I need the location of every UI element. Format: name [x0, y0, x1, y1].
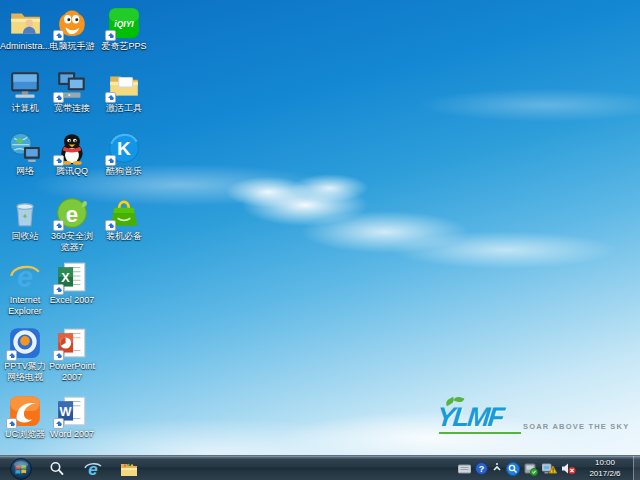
pptv-icon	[8, 326, 42, 360]
game-monster-icon	[55, 6, 89, 40]
icon-label: PPTV聚力网络电视	[0, 361, 50, 383]
show-hidden-icons[interactable]	[492, 462, 502, 475]
desktop-icon-qq[interactable]: 腾讯QQ	[47, 131, 97, 177]
icon-label: UC浏览器	[0, 429, 50, 440]
svg-text:e: e	[66, 202, 78, 227]
keyboard-indicator-icon[interactable]	[458, 464, 471, 474]
recycle-bin-icon	[8, 196, 42, 230]
desktop-icon-pptv[interactable]: PPTV聚力网络电视	[0, 326, 50, 383]
shortcut-arrow-icon	[105, 30, 116, 41]
system-tray: ?	[458, 456, 576, 480]
uc-icon	[8, 394, 42, 428]
search-icon	[49, 461, 65, 477]
icon-label: 腾讯QQ	[47, 166, 97, 177]
shortcut-arrow-icon	[6, 350, 17, 361]
desktop-icon-recycle-bin[interactable]: 回收站	[0, 196, 50, 242]
icon-label: 宽带连接	[47, 103, 97, 114]
icon-label: 酷狗音乐	[99, 166, 149, 177]
icon-label: 爱奇艺PPS	[99, 41, 149, 52]
start-button[interactable]	[4, 456, 38, 480]
show-desktop-button[interactable]	[633, 456, 640, 480]
icon-label: 计算机	[0, 103, 50, 114]
icon-label: 装机必备	[99, 231, 149, 242]
clock-time: 10:00	[578, 457, 632, 468]
icon-label: Internet Explorer	[0, 295, 50, 317]
ie-taskbar-button[interactable]: e	[76, 456, 110, 480]
logo-slogan: SOAR ABOVE THE SKY	[523, 422, 629, 431]
shortcut-arrow-icon	[6, 418, 17, 429]
search-button[interactable]	[40, 456, 74, 480]
internet-explorer-icon: e	[83, 459, 103, 479]
desktop-icon-administrator[interactable]: Administra...	[0, 6, 50, 52]
shortcut-arrow-icon	[105, 92, 116, 103]
icon-label: 360安全浏览器7	[47, 231, 97, 253]
desktop-icon-360-browser[interactable]: e 360安全浏览器7	[47, 196, 97, 253]
qq-icon	[55, 131, 89, 165]
volume-muted-icon[interactable]	[561, 462, 576, 475]
shortcut-arrow-icon	[105, 155, 116, 166]
desktop-icon-broadband[interactable]: 宽带连接	[47, 68, 97, 114]
broadband-icon	[55, 68, 89, 102]
search-tool-icon[interactable]	[506, 462, 520, 476]
ylmf-logo: YLMF SOAR ABOVE THE SKY	[437, 402, 617, 438]
desktop-icon-powerpoint[interactable]: PowerPoint 2007	[47, 326, 97, 383]
icon-label: 网络	[0, 166, 50, 177]
desktop-screen: Administra... 计算机 网络 回收站 e Internet Expl…	[0, 0, 640, 480]
explorer-taskbar-button[interactable]	[112, 456, 146, 480]
desktop-icon-kugou[interactable]: K 酷狗音乐	[99, 131, 149, 177]
shortcut-arrow-icon	[53, 350, 64, 361]
svg-text:X: X	[61, 270, 70, 285]
storage-ok-icon[interactable]	[524, 462, 538, 476]
desktop-icon-activation-tools[interactable]: 激活工具	[99, 68, 149, 114]
desktop-icon-game-center[interactable]: 电脑玩手游	[47, 6, 97, 52]
shortcut-arrow-icon	[53, 284, 64, 295]
svg-text:e: e	[88, 460, 97, 479]
icon-label: 激活工具	[99, 103, 149, 114]
network-icon	[8, 131, 42, 165]
shopping-bag-icon	[107, 196, 141, 230]
desktop-wallpaper: Administra... 计算机 网络 回收站 e Internet Expl…	[0, 0, 640, 455]
shortcut-arrow-icon	[53, 155, 64, 166]
desktop-icon-word[interactable]: W Word 2007	[47, 394, 97, 440]
svg-text:iQIYI: iQIYI	[114, 19, 134, 29]
clock-date: 2017/2/6	[578, 468, 632, 479]
desktop-icon-computer[interactable]: 计算机	[0, 68, 50, 114]
help-icon[interactable]: ?	[475, 462, 488, 475]
desktop-icon-essential-software[interactable]: 装机必备	[99, 196, 149, 242]
desktop-icon-uc-browser[interactable]: UC浏览器	[0, 394, 50, 440]
icon-label: PowerPoint 2007	[47, 361, 97, 383]
svg-text:K: K	[117, 138, 131, 159]
user-folder-icon	[8, 6, 42, 40]
shortcut-arrow-icon	[105, 220, 116, 231]
powerpoint-icon	[55, 326, 89, 360]
kugou-icon: K	[107, 131, 141, 165]
taskbar: e ?	[0, 455, 640, 480]
shortcut-arrow-icon	[53, 220, 64, 231]
network-warning-icon[interactable]	[542, 462, 557, 476]
folder-icon	[119, 459, 139, 479]
svg-text:e: e	[17, 261, 33, 293]
folder-icon	[107, 68, 141, 102]
desktop-icon-network[interactable]: 网络	[0, 131, 50, 177]
desktop-icon-iqiyi[interactable]: iQIYI 爱奇艺PPS	[99, 6, 149, 52]
icon-label: Excel 2007	[47, 295, 97, 306]
icon-label: Word 2007	[47, 429, 97, 440]
word-icon: W	[55, 394, 89, 428]
icon-label: 电脑玩手游	[47, 41, 97, 52]
iqiyi-icon: iQIYI	[107, 6, 141, 40]
icon-label: 回收站	[0, 231, 50, 242]
icon-label: Administra...	[0, 41, 50, 52]
windows-orb-icon	[10, 458, 32, 480]
ie-icon: e	[8, 260, 42, 294]
shortcut-arrow-icon	[53, 92, 64, 103]
clock[interactable]: 10:00 2017/2/6	[578, 457, 632, 480]
desktop-icon-internet-explorer[interactable]: e Internet Explorer	[0, 260, 50, 317]
browser360-icon: e	[55, 196, 89, 230]
computer-icon	[8, 68, 42, 102]
shortcut-arrow-icon	[53, 418, 64, 429]
desktop-icon-excel[interactable]: X Excel 2007	[47, 260, 97, 306]
excel-icon: X	[55, 260, 89, 294]
logo-underline	[439, 432, 521, 434]
svg-text:?: ?	[479, 464, 485, 474]
shortcut-arrow-icon	[53, 30, 64, 41]
